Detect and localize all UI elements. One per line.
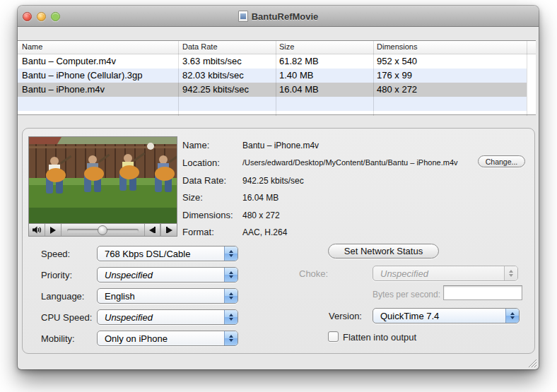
format-label: Format: [182,227,214,237]
language-label: Language: [41,291,84,302]
version-popup[interactable]: QuickTime 7.4 [373,308,520,323]
bytes-per-second-field [443,285,522,300]
name-value: Bantu – iPhone.m4v [242,141,319,150]
popup-arrows-icon [224,268,238,282]
play-icon[interactable] [45,224,61,236]
cpu-speed-popup[interactable]: Unspecified [97,309,238,325]
column-divider[interactable] [527,41,527,116]
column-header-dimensions[interactable]: Dimensions [377,42,417,51]
priority-label: Priority: [41,270,72,280]
column-header-name[interactable]: Name [22,42,42,51]
location-value: /Users/edward/Desktop/MyContent/Bantu/Ba… [242,158,458,167]
app-window: BantuRefMovie Name Data Rate Size Dimens… [18,6,539,369]
playhead-slider[interactable] [61,224,144,236]
popup-arrows-icon [224,247,238,261]
mobility-popup[interactable]: Only on iPhone [97,331,238,346]
choke-popup: Unspecified [373,266,518,281]
popup-arrows-icon [505,309,519,323]
slider-thumb[interactable] [98,225,107,235]
set-network-status-button[interactable]: Set Network Status [328,244,439,259]
speed-label: Speed: [41,249,70,259]
video-frame-image [29,137,177,223]
priority-popup[interactable]: Unspecified [97,267,238,283]
step-forward-icon[interactable] [160,224,177,236]
flatten-checkbox[interactable] [328,331,339,342]
popup-arrows-icon [224,289,238,303]
column-divider[interactable] [178,41,179,116]
resize-grip-icon[interactable] [527,357,537,367]
movie-table: Name Data Rate Size Dimensions Bantu – C… [18,40,536,115]
data-rate-label: Data Rate: [182,175,226,186]
size-value: 16.04 MB [242,193,278,203]
popup-arrows-icon [504,266,517,280]
name-label: Name: [182,140,209,150]
step-back-icon[interactable] [144,224,160,236]
table-row-selected[interactable]: Bantu – iPhone.m4v 942.25 kbits/sec 16.0… [18,83,527,97]
dimensions-label: Dimensions: [182,210,233,220]
table-row-empty [18,97,527,111]
document-movie-icon[interactable] [238,11,248,22]
desktop: BantuRefMovie Name Data Rate Size Dimens… [0,0,557,392]
cpu-speed-label: CPU Speed: [41,312,92,323]
location-label: Location: [182,158,220,168]
language-popup[interactable]: English [97,288,238,304]
table-row[interactable]: Bantu – Computer.m4v 3.63 mbits/sec 61.8… [18,54,527,69]
popup-arrows-icon [224,310,238,324]
popup-arrows-icon [224,331,238,345]
data-rate-value: 942.25 kbits/sec [242,176,304,186]
flatten-checkbox-label: Flatten into output [343,332,416,343]
size-label: Size: [182,192,203,203]
format-value: AAC, H.264 [242,227,287,237]
window-title: BantuRefMovie [252,11,319,22]
titlebar[interactable]: BantuRefMovie [18,6,539,27]
bytes-per-second-label: Bytes per second: [322,290,440,299]
change-button[interactable]: Change... [478,155,525,167]
table-row[interactable]: Bantu – iPhone (Cellular).3gp 82.03 kbit… [18,69,527,83]
video-preview [28,136,177,237]
column-divider[interactable] [373,41,374,116]
column-divider[interactable] [276,41,276,116]
speed-popup[interactable]: 768 Kbps DSL/Cable [97,246,238,261]
choke-label: Choke: [299,268,328,279]
dimensions-value: 480 x 272 [242,210,280,220]
table-header: Name Data Rate Size Dimensions [18,41,536,54]
version-label: Version: [329,311,362,321]
volume-icon[interactable] [29,224,45,236]
mobility-label: Mobility: [41,333,75,344]
column-header-size[interactable]: Size [279,42,294,51]
column-header-data-rate[interactable]: Data Rate [182,42,218,51]
movie-controller [29,223,177,236]
